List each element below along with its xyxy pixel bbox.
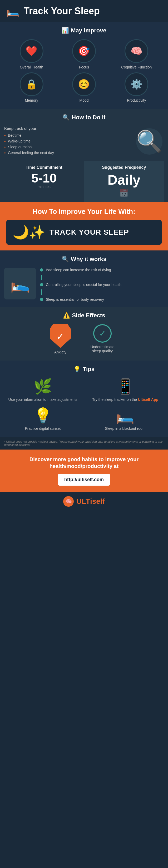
cognitive-label: Cognitive Function (121, 65, 152, 69)
footer-cta: Discover more good habits to improve you… (0, 450, 168, 492)
banner-sleep-icon: 🌙✨ (13, 225, 45, 240)
tip-blackout: 🛏️ Sleep in a blackout room (87, 407, 164, 431)
warning-icon: ⚠️ (63, 312, 70, 319)
why-body: 🛌 Bad sleep can increase the risk of dyi… (4, 268, 164, 302)
improve-item-cognitive: 🧠 Cognitive Function (112, 39, 161, 69)
memory-label: Memory (25, 98, 38, 102)
improve-grid: ❤️ Overall Health 🎯 Focus 🧠 Cognitive Fu… (4, 39, 164, 102)
time-commitment-header: Time Commitment (8, 165, 80, 170)
why-works-section: 🔍 Why it works 🛌 Bad sleep can increase … (0, 250, 168, 307)
focus-icon: 🎯 (72, 39, 96, 63)
footer-cta-text: Discover more good habits to improve you… (4, 456, 164, 470)
side-effects-title: ⚠️ Side Effects (4, 312, 164, 319)
footer-url[interactable]: http://ultiself.com (58, 474, 110, 486)
banner-text: TRACK YOUR SLEEP (49, 228, 129, 237)
side-effects-grid: ✓ Anxiety ✓ Underestimate sleep quality (4, 324, 164, 354)
time-value: 5-10 (8, 172, 80, 185)
why-text-3: Sleep is essential for body recovery (46, 297, 104, 302)
calendar-icon: 📅 (89, 189, 160, 197)
why-works-icon: 🔍 (62, 256, 69, 262)
why-dot-2 (40, 283, 43, 286)
bullet-duration: Sleep duration (4, 145, 131, 149)
why-dot-3 (40, 298, 43, 301)
header-sleep-icon: 🛏️ (6, 5, 20, 17)
bullet-wakeup: Wake-up time (4, 139, 131, 143)
bullet-bedtime: Bedtime (4, 133, 131, 137)
tip-tracker: 📱 Try the sleep tracker on the Ultiself … (87, 378, 164, 402)
how-to-body: Keep track of your: Bedtime Wake-up time… (4, 126, 164, 156)
why-line-1 (41, 275, 42, 280)
anxiety-shield-icon: ✓ (50, 324, 71, 348)
how-to-title: 🔍 How to Do It (4, 114, 164, 121)
digital-sunset-icon: 💡 (34, 407, 52, 424)
how-to-text: Keep track of your: Bedtime Wake-up time… (4, 126, 131, 156)
page-title: Track Your Sleep (24, 5, 100, 17)
tips-grid: 🌿 Use your information to make adjustmen… (4, 378, 164, 431)
productivity-label: Productivity (127, 98, 146, 102)
improve-item-mood: 😊 Mood (59, 72, 108, 102)
suggested-frequency-cell: Suggested Frequency Daily 📅 (84, 161, 164, 202)
why-point-3: Sleep is essential for body recovery (40, 297, 164, 302)
bullet-list: Bedtime Wake-up time Sleep duration Gene… (4, 133, 131, 155)
keep-track-label: Keep track of your: (4, 126, 131, 131)
improve-item-overall-health: ❤️ Overall Health (7, 39, 56, 69)
ultiself-logo-text: ULTiself (76, 497, 105, 506)
side-item-anxiety: ✓ Anxiety (50, 324, 71, 354)
blackout-icon: 🛏️ (116, 407, 135, 424)
focus-label: Focus (79, 65, 89, 69)
improve-item-memory: 🔒 Memory (7, 72, 56, 102)
frequency-header: Suggested Frequency (89, 165, 160, 170)
ultiself-logo-icon: 🧠 (63, 496, 74, 507)
why-points: Bad sleep can increase the risk of dying… (40, 268, 164, 302)
cognitive-icon: 🧠 (125, 39, 148, 63)
why-works-title: 🔍 Why it works (4, 256, 164, 262)
tracker-icon: 📱 (116, 378, 135, 395)
underestimate-label: Underestimate sleep quality (87, 345, 118, 353)
may-improve-icon: 📊 (62, 27, 69, 34)
improve-item-focus: 🎯 Focus (59, 39, 108, 69)
anxiety-label: Anxiety (54, 350, 66, 354)
tip-adjustments: 🌿 Use your information to make adjustmen… (4, 378, 81, 402)
side-effects-section: ⚠️ Side Effects ✓ Anxiety ✓ Underestimat… (0, 307, 168, 361)
why-point-1: Bad sleep can increase the risk of dying (40, 268, 164, 272)
sleep-search-icon: 🔍 (136, 128, 163, 155)
tips-section: 💡 Tips 🌿 Use your information to make ad… (0, 361, 168, 437)
why-dot-1 (40, 268, 43, 272)
underestimate-check-icon: ✓ (93, 324, 112, 343)
why-text-1: Bad sleep can increase the risk of dying (46, 268, 111, 272)
may-improve-title: 📊 May improve (4, 27, 164, 34)
why-point-2: Controlling your sleep is crucial for yo… (40, 283, 164, 287)
side-item-underestimate: ✓ Underestimate sleep quality (87, 324, 118, 354)
adjustments-icon: 🌿 (34, 378, 52, 395)
digital-sunset-label: Practice digital sunset (25, 426, 61, 431)
how-to-icon: 🔍 (62, 114, 69, 121)
how-to-section: 🔍 How to Do It Keep track of your: Bedti… (0, 109, 168, 202)
mood-icon: 😊 (72, 72, 96, 96)
logo-suffix: self (92, 497, 105, 505)
tip-digital-sunset: 💡 Practice digital sunset (4, 407, 81, 431)
logo-prefix: ULTi (76, 497, 92, 505)
blackout-label: Sleep in a blackout room (105, 426, 145, 431)
ultiself-app-link[interactable]: Ultiself App (138, 397, 158, 402)
disclaimer: * Ultiself does not provide medical advi… (0, 437, 168, 450)
adjustments-label: Use your information to make adjustments (8, 397, 77, 402)
improve-life-title: How To Improve Your Life With: (6, 208, 162, 216)
time-commitment-cell: Time Commitment 5-10 minutes (4, 161, 84, 202)
page-header: 🛏️ Track Your Sleep (0, 0, 168, 22)
why-image: 🛌 (4, 268, 36, 300)
track-banner: 🌙✨ TRACK YOUR SLEEP (6, 220, 162, 245)
bullet-feeling: General feeling the next day (4, 151, 131, 155)
time-unit: minutes (8, 185, 80, 189)
may-improve-section: 📊 May improve ❤️ Overall Health 🎯 Focus … (0, 22, 168, 109)
logo-footer: 🧠 ULTiself (0, 492, 168, 511)
productivity-icon: ⚙️ (125, 72, 148, 96)
why-text-2: Controlling your sleep is crucial for yo… (46, 283, 122, 287)
daily-value: Daily (89, 172, 160, 188)
memory-icon: 🔒 (20, 72, 43, 96)
why-line-2 (41, 289, 42, 295)
how-to-image: 🔍 (135, 126, 164, 156)
tips-title: 💡 Tips (4, 366, 164, 373)
improve-item-productivity: ⚙️ Productivity (112, 72, 161, 102)
tracker-label: Try the sleep tracker on the Ultiself Ap… (92, 397, 158, 402)
overall-health-icon: ❤️ (20, 39, 43, 63)
